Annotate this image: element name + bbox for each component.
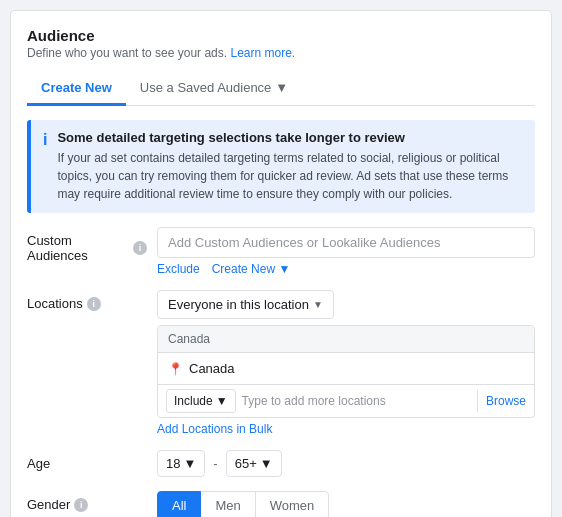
location-type-dropdown[interactable]: Everyone in this location ▼ bbox=[157, 290, 334, 319]
tab-saved-audience[interactable]: Use a Saved Audience ▼ bbox=[126, 72, 302, 106]
exclude-link[interactable]: Exclude bbox=[157, 262, 200, 276]
alert-banner: i Some detailed targeting selections tak… bbox=[27, 120, 535, 213]
location-input-row: Include ▼ Browse bbox=[158, 385, 534, 417]
include-dropdown[interactable]: Include ▼ bbox=[166, 389, 236, 413]
custom-audiences-label: Custom Audiences i bbox=[27, 227, 147, 263]
gender-toggle-group: All Men Women bbox=[157, 491, 535, 517]
age-min-dropdown[interactable]: 18 ▼ bbox=[157, 450, 205, 477]
chevron-down-icon: ▼ bbox=[278, 262, 290, 276]
chevron-down-icon: ▼ bbox=[313, 299, 323, 310]
learn-more-link[interactable]: Learn more. bbox=[230, 46, 295, 60]
locations-row: Locations i Everyone in this location ▼ … bbox=[27, 290, 535, 436]
tab-create-new[interactable]: Create New bbox=[27, 72, 126, 106]
chevron-down-icon: ▼ bbox=[183, 456, 196, 471]
browse-link[interactable]: Browse bbox=[477, 390, 526, 412]
card-subtitle-text: Define who you want to see your ads. bbox=[27, 46, 227, 60]
chevron-down-icon: ▼ bbox=[260, 456, 273, 471]
alert-title: Some detailed targeting selections take … bbox=[57, 130, 523, 145]
location-country-label: Canada bbox=[158, 326, 534, 353]
age-max-dropdown[interactable]: 65+ ▼ bbox=[226, 450, 282, 477]
card-title: Audience bbox=[27, 27, 535, 44]
location-search-input[interactable] bbox=[242, 390, 471, 412]
chevron-down-icon: ▼ bbox=[275, 80, 288, 95]
gender-label: Gender i bbox=[27, 491, 147, 512]
age-separator: - bbox=[213, 456, 217, 471]
custom-audiences-info-icon[interactable]: i bbox=[133, 241, 147, 255]
gender-info-icon[interactable]: i bbox=[74, 498, 88, 512]
gender-row: Gender i All Men Women bbox=[27, 491, 535, 517]
age-label: Age bbox=[27, 450, 147, 471]
locations-info-icon[interactable]: i bbox=[87, 297, 101, 311]
add-locations-bulk-link[interactable]: Add Locations in Bulk bbox=[157, 422, 272, 436]
alert-body: If your ad set contains detailed targeti… bbox=[57, 149, 523, 203]
location-item: 📍 Canada bbox=[158, 353, 534, 385]
tabs-container: Create New Use a Saved Audience ▼ bbox=[27, 72, 535, 106]
custom-audiences-input[interactable] bbox=[157, 227, 535, 258]
custom-audiences-row: Custom Audiences i Exclude Create New ▼ bbox=[27, 227, 535, 276]
chevron-down-icon: ▼ bbox=[216, 394, 228, 408]
gender-men-button[interactable]: Men bbox=[200, 491, 255, 517]
age-row: Age 18 ▼ - 65+ ▼ bbox=[27, 450, 535, 477]
locations-label: Locations i bbox=[27, 290, 147, 311]
pin-icon: 📍 bbox=[168, 362, 183, 376]
location-box: Canada 📍 Canada Include ▼ Browse bbox=[157, 325, 535, 418]
gender-all-button[interactable]: All bbox=[157, 491, 201, 517]
info-icon: i bbox=[43, 131, 47, 203]
gender-women-button[interactable]: Women bbox=[255, 491, 330, 517]
audience-card: Audience Define who you want to see your… bbox=[10, 10, 552, 517]
create-new-link[interactable]: Create New ▼ bbox=[212, 262, 291, 276]
